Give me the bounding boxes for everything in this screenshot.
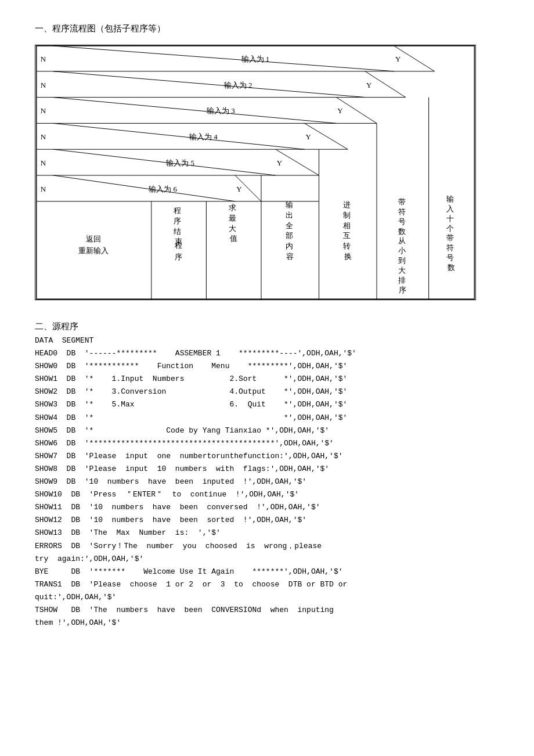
svg-text:输
      出
      全
      部
    : 输 出 全 部 内 容 <box>286 200 295 261</box>
svg-text:Y: Y <box>395 55 401 63</box>
svg-text:带
      符
      号
      数
    : 带 符 号 数 从 小 到 大 排 序 <box>398 197 407 294</box>
svg-text:输入为 3: 输入为 3 <box>207 106 235 115</box>
svg-text:输
      入
      十
      个
    : 输 入 十 个 带 符 号 数 <box>446 195 456 272</box>
svg-text:N: N <box>41 106 46 115</box>
svg-text:序: 序 <box>174 253 182 261</box>
svg-line-19 <box>53 123 305 149</box>
svg-line-17 <box>53 98 337 124</box>
flowchart-container: N N N N N N 输入为 1 输入为 2 输入为 3 输入为 4 输入为 … <box>35 45 476 300</box>
svg-text:返回: 返回 <box>86 235 101 243</box>
svg-text:Y: Y <box>306 132 312 141</box>
svg-text:N: N <box>41 81 46 89</box>
section1-title: 一、程序流程图（包括子程序等） <box>35 23 499 34</box>
svg-text:输入为 5: 输入为 5 <box>166 159 194 167</box>
svg-text:Y: Y <box>366 81 372 89</box>
svg-text:N: N <box>41 185 46 193</box>
section2-title: 二、源程序 <box>35 321 499 332</box>
svg-text:输入为 2: 输入为 2 <box>224 81 252 89</box>
svg-line-15 <box>53 71 366 98</box>
svg-text:输入为 6: 输入为 6 <box>149 185 177 193</box>
svg-text:输入为 4: 输入为 4 <box>189 132 218 141</box>
svg-rect-0 <box>37 46 475 299</box>
svg-text:N: N <box>41 159 46 167</box>
svg-text:重新输入: 重新输入 <box>78 246 109 255</box>
svg-text:Y: Y <box>277 159 283 167</box>
svg-text:N: N <box>41 132 46 141</box>
svg-text:Y: Y <box>337 106 343 115</box>
svg-line-21 <box>53 149 276 175</box>
svg-text:输入为 1: 输入为 1 <box>241 55 270 63</box>
svg-line-13 <box>53 46 394 71</box>
source-code: DATA SEGMENT HEAD0 DB '------********* A… <box>35 334 499 629</box>
svg-text:N: N <box>41 55 46 63</box>
svg-text:Y: Y <box>236 185 242 193</box>
svg-text:求
      最
      大
      值: 求 最 大 值 <box>229 203 238 243</box>
svg-text:程
      序
      结
      束: 程 序 结 束 <box>174 206 183 246</box>
svg-line-23 <box>53 175 236 201</box>
svg-text:进
      制
      相
      互
    : 进 制 相 互 转 换 <box>343 200 352 261</box>
